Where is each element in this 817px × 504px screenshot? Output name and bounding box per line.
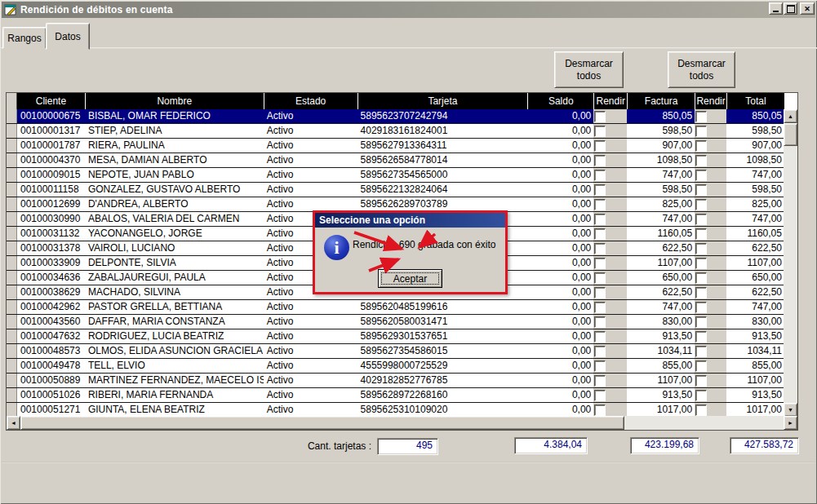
- rendir-saldo-checkbox[interactable]: [594, 111, 606, 122]
- rendir-factura-checkbox[interactable]: [695, 375, 707, 387]
- rendir-saldo-checkbox[interactable]: [594, 272, 606, 284]
- rendir-saldo-checkbox[interactable]: [594, 199, 606, 210]
- cell-saldo: 0,00: [527, 300, 593, 314]
- rendir-saldo-checkbox[interactable]: [594, 287, 606, 298]
- rendir-saldo-checkbox[interactable]: [594, 360, 606, 372]
- rendir-saldo-checkbox[interactable]: [594, 184, 606, 196]
- cell-total: 913,50: [726, 388, 784, 402]
- row-selector-gutter: [7, 153, 17, 167]
- table-row[interactable]: 00100050889 MARTINEZ FERNANDEZ, MAECELO …: [7, 374, 784, 388]
- rendir-saldo-checkbox[interactable]: [594, 316, 606, 328]
- vertical-scroll-thumb[interactable]: [784, 123, 797, 146]
- aceptar-button[interactable]: Aceptar: [378, 269, 442, 288]
- table-row[interactable]: 00100043560 DAFFAR, MARIA CONSTANZA Acti…: [7, 315, 784, 329]
- header-estado[interactable]: Estado: [264, 93, 357, 109]
- cell-cliente: 00100049478: [17, 359, 85, 373]
- header-rendir-saldo[interactable]: Rendir: [593, 93, 627, 109]
- cell-cliente: 00100051026: [17, 388, 85, 402]
- header-nombre[interactable]: Nombre: [85, 93, 264, 109]
- rendir-factura-checkbox[interactable]: [695, 390, 707, 401]
- rendir-factura-checkbox[interactable]: [695, 287, 707, 298]
- desmarcar-todos-factura-button[interactable]: Desmarcar todos: [668, 51, 735, 88]
- rendir-saldo-checkbox[interactable]: [594, 243, 606, 254]
- cell-factura: 913,50: [627, 329, 695, 343]
- desmarcar-todos-saldo-button[interactable]: Desmarcar todos: [554, 51, 624, 88]
- rendir-saldo-checkbox[interactable]: [594, 126, 606, 137]
- rendir-factura-checkbox[interactable]: [695, 258, 707, 269]
- header-total[interactable]: Total: [726, 93, 784, 109]
- scroll-up-button[interactable]: ▲: [784, 109, 797, 123]
- maximize-button[interactable]: [784, 2, 797, 15]
- rendir-factura-checkbox[interactable]: [695, 140, 707, 152]
- cell-total: 907,00: [726, 139, 784, 153]
- rendir-factura-checkbox[interactable]: [695, 170, 707, 181]
- table-row[interactable]: 00100049478 TELL, ELVIO Activo 455599800…: [7, 359, 784, 374]
- table-row[interactable]: 00100000675 BISBAL, OMAR FEDERICO Activo…: [7, 109, 784, 124]
- cell-estado: Activo: [264, 344, 357, 358]
- rendir-saldo-checkbox[interactable]: [594, 331, 606, 343]
- rendir-factura-checkbox[interactable]: [695, 302, 707, 313]
- table-row[interactable]: 00100051271 GIUNTA, ELENA BEATRIZ Activo…: [7, 403, 784, 416]
- cell-rendir-factura: [695, 344, 726, 358]
- table-row[interactable]: 00100001787 RIERA, PAULINA Activo 589562…: [7, 139, 784, 153]
- rendir-factura-checkbox[interactable]: [695, 228, 707, 240]
- tab-datos[interactable]: Datos: [46, 23, 90, 50]
- header-saldo[interactable]: Saldo: [527, 93, 593, 109]
- horizontal-scroll-thumb[interactable]: [20, 416, 624, 430]
- header-cliente[interactable]: Cliente: [17, 93, 85, 109]
- rendir-factura-checkbox[interactable]: [695, 243, 707, 254]
- table-row[interactable]: 00100009015 NEPOTE, JUAN PABLO Activo 58…: [7, 168, 784, 183]
- rendir-saldo-checkbox[interactable]: [594, 302, 606, 313]
- rendir-saldo-checkbox[interactable]: [594, 170, 606, 181]
- table-row[interactable]: 00100048573 OLMOS, ELIDA ASUNCION GRACIE…: [7, 344, 784, 359]
- rendir-saldo-checkbox[interactable]: [594, 214, 606, 225]
- scroll-right-button[interactable]: ►: [784, 416, 797, 430]
- rendir-saldo-checkbox[interactable]: [594, 155, 606, 166]
- header-rendir-factura[interactable]: Rendir: [695, 93, 726, 109]
- vertical-scrollbar[interactable]: ▲ ▼: [784, 109, 797, 417]
- cell-rendir-factura: [695, 256, 726, 270]
- header-tarjeta[interactable]: Tarjeta: [357, 93, 528, 109]
- rendir-saldo-checkbox[interactable]: [594, 346, 606, 357]
- rendir-factura-checkbox[interactable]: [695, 360, 707, 372]
- rendir-factura-checkbox[interactable]: [695, 316, 707, 328]
- table-row[interactable]: 00100011158 GONZALEZ, GUSTAVO ALBERTO Ac…: [7, 183, 784, 197]
- rendir-factura-checkbox[interactable]: [695, 214, 707, 225]
- table-row[interactable]: 00100051026 RIBERI, MARIA FERNANDA Activ…: [7, 388, 784, 403]
- tab-rangos[interactable]: Rangos: [2, 27, 47, 49]
- cell-rendir-factura: [695, 109, 726, 123]
- close-button[interactable]: ✕: [800, 2, 815, 15]
- rendir-factura-checkbox[interactable]: [695, 126, 707, 137]
- table-row[interactable]: 00100001317 STIEP, ADELINA Activo 402918…: [7, 124, 784, 139]
- rendir-factura-checkbox[interactable]: [695, 346, 707, 357]
- rendir-factura-checkbox[interactable]: [695, 111, 707, 122]
- rendir-factura-checkbox[interactable]: [695, 199, 707, 210]
- table-row[interactable]: 00100004370 MESA, DAMIAN ALBERTO Activo …: [7, 153, 784, 168]
- rendir-saldo-checkbox[interactable]: [594, 405, 606, 416]
- cell-total: 650,00: [726, 271, 784, 285]
- rendir-factura-checkbox[interactable]: [695, 272, 707, 284]
- dialog-body: i Rendición 690 grabada con éxito Acepta…: [315, 228, 505, 292]
- rendir-factura-checkbox[interactable]: [695, 155, 707, 166]
- rendir-saldo-checkbox[interactable]: [594, 140, 606, 152]
- rendir-saldo-checkbox[interactable]: [594, 375, 606, 387]
- horizontal-scrollbar[interactable]: ◄ ►: [7, 416, 797, 430]
- header-factura[interactable]: Factura: [627, 93, 695, 109]
- scroll-left-button[interactable]: ◄: [7, 416, 20, 430]
- rendir-saldo-checkbox[interactable]: [594, 390, 606, 401]
- info-icon: i: [324, 235, 349, 260]
- scroll-down-button[interactable]: ▼: [784, 403, 797, 417]
- cell-total: 622,50: [726, 285, 784, 299]
- rendir-factura-checkbox[interactable]: [695, 331, 707, 343]
- rendir-factura-checkbox[interactable]: [695, 405, 707, 416]
- rendir-saldo-checkbox[interactable]: [594, 258, 606, 269]
- table-row[interactable]: 00100042962 PASTOR GRELLA, BETTIANA Acti…: [7, 300, 784, 315]
- cell-total: 598,50: [726, 124, 784, 138]
- rendir-saldo-checkbox[interactable]: [594, 228, 606, 240]
- table-row[interactable]: 00100047632 RODRIGUEZ, LUCIA BEATRIZ Act…: [7, 329, 784, 344]
- cell-cliente: 00100000675: [17, 109, 85, 123]
- minimize-button[interactable]: [769, 2, 783, 15]
- rendir-factura-checkbox[interactable]: [695, 184, 707, 196]
- maximize-icon: [787, 5, 795, 13]
- cell-rendir-saldo: [593, 300, 627, 314]
